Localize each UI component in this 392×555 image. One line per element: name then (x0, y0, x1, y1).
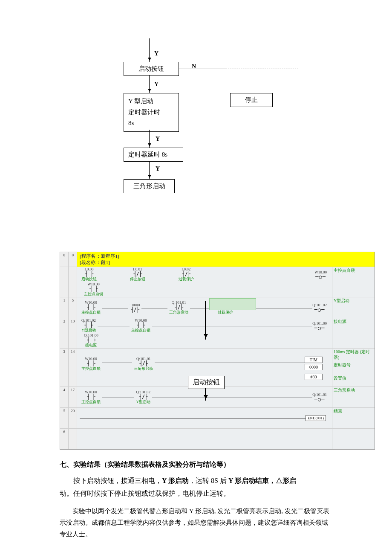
step-num: 17 (68, 387, 77, 407)
arrow-overlay (205, 301, 206, 340)
line-n-dash (226, 69, 298, 69)
contact: T0000┤/├ (130, 303, 140, 312)
paragraph: 动。任何时候按下停止按钮或过载保护，电机停止运转。 (60, 487, 332, 500)
step-num: 10 (68, 318, 77, 348)
text: Y 型启动 (128, 96, 174, 107)
arrow (149, 75, 150, 93)
rung-4: 417 W10.00┤ ├主控点自锁 Q:101.02┤/├Y型启动 Q:101… (60, 386, 375, 407)
text: 8s (128, 118, 174, 129)
ladder-diagram: 00 [程序名 ：新程序1] [段名称 ：段1] I:0.00┤ ├启动按钮 I… (60, 252, 375, 450)
section-name: [段名称 ：段1] (80, 259, 119, 266)
contact: I:0.01┤/├停止按钮 (130, 267, 145, 282)
rung-0: I:0.00┤ ├启动按钮 I:0.01┤/├停止按钮 I:0.02┤/├过载保… (60, 267, 375, 297)
text: 按下启动按钮，接通三相电， (73, 477, 162, 484)
contact: I:0.02┤/├过载保护 (179, 267, 194, 282)
paragraph: 实验中以两个发光二极管代替△形启动和 Y 形启动, 发光二极管亮表示启动, 发光… (60, 506, 332, 540)
rung-comment: 三角形启动 (332, 387, 375, 407)
box-y-start: Y 型启动 定时器计时 8s (124, 93, 179, 132)
contact: W10.00┤ ├主控点自锁 (81, 357, 101, 372)
step-num: 0 (68, 252, 77, 267)
step-num: 20 (68, 408, 77, 428)
contact: Q:101.02┤ ├Y型启动 (81, 318, 96, 333)
contact: W10.00┤ ├主控点自锁 (81, 390, 101, 405)
coil: Q:101.02─○─ (312, 303, 327, 312)
end-instruction: END(001) (306, 415, 326, 421)
rung-5: 520 END(001) 结束 (60, 407, 375, 428)
text-bold: Y 形启动 (162, 477, 189, 484)
box-start-button: 启动按钮 (124, 62, 179, 76)
contact: Q:101.00┤ ├接电源 (84, 333, 98, 348)
contact: Q:101.01┤/├三角形启动 (134, 357, 153, 372)
flowchart: Y 启动按钮 N Y Y 型启动 定时器计时 8s 停止 Y 定时器延时 8s … (124, 38, 337, 226)
rung-2: 210 Q:101.02┤ ├Y型启动 W10.00┤ ├主控点自锁 Q:101… (60, 318, 375, 348)
arrow-overlay (205, 388, 206, 401)
line-n (179, 69, 226, 69)
step-num: 5 (68, 297, 77, 318)
contact: W10.00┤ ├主控点自锁 (81, 300, 101, 315)
program-name: [程序名 ：新程序1] (80, 253, 119, 259)
rung-1: 15 W10.00┤ ├主控点自锁 T0000┤/├ Q:101.01┤/├三角… (60, 297, 375, 318)
rung-index: 6 (60, 429, 68, 449)
rung-comment: 接电源 (332, 318, 375, 348)
rung-6: 6 (60, 428, 375, 449)
text: ，运转 8S 后 (189, 477, 228, 484)
callout-start-button: 启动按钮 (188, 376, 225, 389)
rung-index: 4 (60, 387, 68, 407)
coil: W10.00─○─ (314, 270, 327, 279)
coil: Q:101.01─○─ (312, 392, 327, 402)
ladder-header: 00 [程序名 ：新程序1] [段名称 ：段1] (60, 252, 375, 267)
y-label: Y (156, 136, 160, 142)
highlight (209, 298, 256, 310)
paragraph: 按下启动按钮，接通三相电，Y 形启动，运转 8S 后 Y 形启动结束，△形启 (60, 474, 332, 487)
rung-index: 1 (60, 297, 68, 318)
rung-index: 0 (60, 252, 68, 267)
rung-comment: 主控点自锁 (332, 267, 375, 297)
text-bold: Y 形启动结束，△形启 (228, 477, 296, 484)
contact: Q:101.02┤/├Y型启动 (136, 390, 150, 405)
arrow (149, 38, 150, 62)
y-label: Y (154, 50, 159, 57)
arrow (149, 130, 150, 148)
y-label: Y (156, 166, 160, 172)
contact: Q:101.01┤/├三角形启动 (169, 300, 188, 315)
section-title: 七、实验结果（实验结果数据表格及实验分析与结论等） (60, 460, 332, 469)
step-num: 14 (68, 349, 77, 386)
contact: W10.00┤ ├主控点自锁 (131, 318, 150, 333)
rung-comment: Y型启动 (332, 297, 375, 318)
contact: W10.00┤ ├主控点自锁 (84, 282, 103, 297)
y-label: Y (154, 81, 159, 88)
rung-index: 3 (60, 349, 68, 386)
timer-instruction: TIM 0000 #80 (305, 357, 326, 380)
contact: I:0.00┤ ├启动按钮 (81, 267, 97, 282)
coil: Q:101.00─○─ (312, 321, 327, 331)
rung-index: 5 (60, 408, 68, 428)
arrow (149, 161, 150, 179)
text: 定时器计时 (128, 107, 174, 118)
rung-comment: 100ms 定时器 (定时器) 定时器号 设置值 (332, 349, 375, 386)
box-delta-start: 三角形启动 (124, 179, 175, 193)
rung-comment: 结束 (332, 408, 375, 428)
rung-index: 2 (60, 318, 68, 348)
box-timer-delay: 定时器延时 8s (124, 148, 183, 162)
n-label: N (192, 63, 196, 70)
box-stop: 停止 (230, 93, 273, 107)
